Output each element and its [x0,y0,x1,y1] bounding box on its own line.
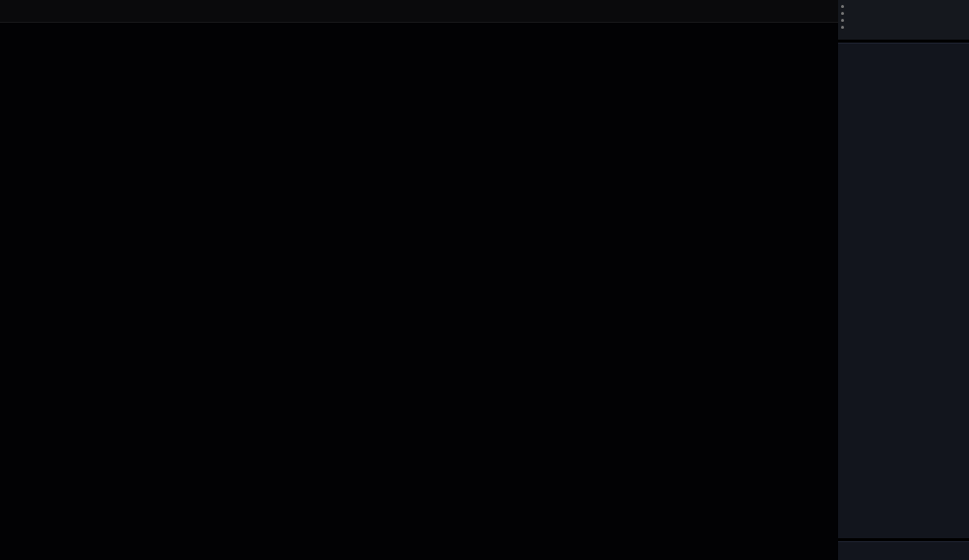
marker-readout-row [421,52,809,65]
marker-x-value [657,24,732,38]
marker-lc-value [732,38,809,52]
header-bar [0,0,838,23]
marker-name-value [421,24,456,38]
marker-freq-value [456,38,587,52]
local-button[interactable] [838,541,969,560]
menu-drag-handle[interactable] [841,5,844,33]
marker-name-value [421,52,456,65]
marker-r-value [587,52,657,65]
marker-r-value [587,38,657,52]
menu-title-panel [838,0,969,40]
marker-readout-row [421,24,809,38]
marker-freq-value [456,52,587,65]
vna-screen [0,0,969,560]
softkey-menu [838,0,969,560]
measurement-plot [0,0,838,560]
marker-lc-value [732,52,809,65]
marker-freq-value [456,24,587,38]
marker-name-value [421,38,456,52]
marker-lc-value [732,24,809,38]
marker-readout-row [421,38,809,52]
marker-r-value [587,24,657,38]
menu-empty-panel [838,43,969,538]
marker-x-value [657,52,732,65]
marker-x-value [657,38,732,52]
